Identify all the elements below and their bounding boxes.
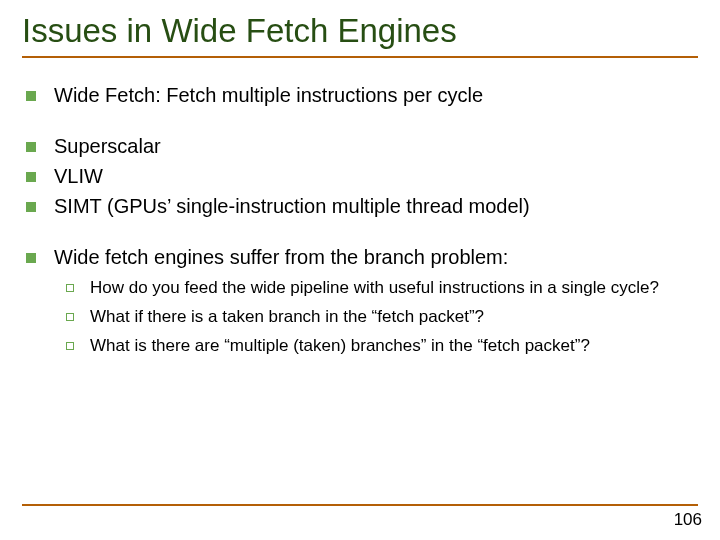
bullet-group-3: Wide fetch engines suffer from the branc… — [22, 244, 698, 358]
bullet-item: Wide fetch engines suffer from the branc… — [22, 244, 698, 271]
hollow-square-bullet-icon — [66, 313, 74, 321]
bullet-text: Wide Fetch: Fetch multiple instructions … — [54, 82, 698, 109]
slide-title: Issues in Wide Fetch Engines — [22, 12, 698, 50]
slide-content: Wide Fetch: Fetch multiple instructions … — [22, 82, 698, 358]
bullet-text: VLIW — [54, 163, 698, 190]
sub-bullet-list: How do you feed the wide pipeline with u… — [62, 277, 698, 358]
bullet-item: VLIW — [22, 163, 698, 190]
bullet-group-1: Wide Fetch: Fetch multiple instructions … — [22, 82, 698, 109]
sub-bullet-item: How do you feed the wide pipeline with u… — [62, 277, 698, 300]
square-bullet-icon — [26, 142, 36, 152]
footer-divider — [22, 504, 698, 506]
hollow-square-bullet-icon — [66, 284, 74, 292]
sub-bullet-item: What if there is a taken branch in the “… — [62, 306, 698, 329]
sub-bullet-item: What is there are “multiple (taken) bran… — [62, 335, 698, 358]
bullet-text: SIMT (GPUs’ single-instruction multiple … — [54, 193, 698, 220]
sub-bullet-text: How do you feed the wide pipeline with u… — [90, 277, 698, 300]
bullet-text: Wide fetch engines suffer from the branc… — [54, 244, 698, 271]
bullet-group-2: Superscalar VLIW SIMT (GPUs’ single-inst… — [22, 133, 698, 220]
bullet-item: Superscalar — [22, 133, 698, 160]
sub-bullet-text: What is there are “multiple (taken) bran… — [90, 335, 698, 358]
page-number: 106 — [674, 510, 702, 530]
square-bullet-icon — [26, 202, 36, 212]
title-divider — [22, 56, 698, 58]
square-bullet-icon — [26, 253, 36, 263]
sub-bullet-text: What if there is a taken branch in the “… — [90, 306, 698, 329]
square-bullet-icon — [26, 91, 36, 101]
hollow-square-bullet-icon — [66, 342, 74, 350]
bullet-item: SIMT (GPUs’ single-instruction multiple … — [22, 193, 698, 220]
bullet-text: Superscalar — [54, 133, 698, 160]
bullet-item: Wide Fetch: Fetch multiple instructions … — [22, 82, 698, 109]
square-bullet-icon — [26, 172, 36, 182]
